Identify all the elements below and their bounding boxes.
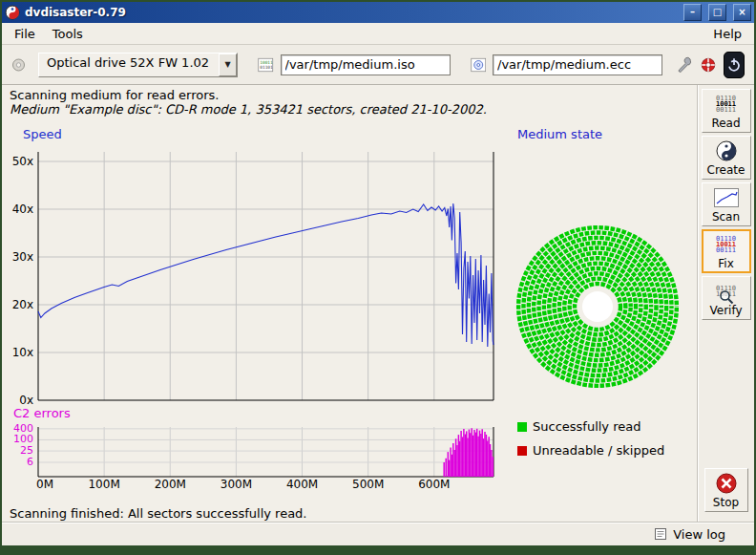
view-log-button[interactable]: View log bbox=[673, 527, 725, 542]
svg-text:300M: 300M bbox=[220, 478, 252, 491]
svg-text:20x: 20x bbox=[12, 298, 33, 311]
verify-binary-icon: 01110 10011 bbox=[716, 280, 736, 303]
drive-selector[interactable]: Optical drive 52X FW 1.02 ▼ bbox=[38, 53, 238, 77]
svg-text:01101: 01101 bbox=[260, 65, 273, 70]
status-lines: Scanning medium for read errors. Medium … bbox=[2, 85, 754, 117]
create-button-label: Create bbox=[707, 163, 746, 177]
svg-text:6: 6 bbox=[27, 456, 33, 468]
drive-selector-value: Optical drive 52X FW 1.02 bbox=[39, 53, 219, 76]
legend-item-unreadable: Unreadable / skipped bbox=[517, 443, 664, 458]
minimize-button[interactable]: – bbox=[683, 4, 702, 21]
fix-binary-icon: 01110 10011 00111 bbox=[716, 233, 736, 256]
svg-text:200M: 200M bbox=[155, 478, 186, 491]
legend-unreadable-label: Unreadable / skipped bbox=[533, 443, 664, 458]
verify-button[interactable]: 01110 10011 Verify bbox=[702, 276, 751, 320]
read-binary-icon: 01110 10011 00111 bbox=[716, 93, 736, 116]
unreadable-swatch-icon bbox=[517, 446, 527, 456]
chevron-down-icon[interactable]: ▼ bbox=[219, 53, 237, 76]
fix-button-label: Fix bbox=[718, 257, 733, 270]
scan-button[interactable]: Scan bbox=[702, 182, 751, 226]
log-icon bbox=[654, 527, 667, 541]
medium-state-disc bbox=[514, 219, 682, 400]
menu-tools[interactable]: Tools bbox=[44, 25, 92, 43]
svg-text:0x: 0x bbox=[19, 394, 33, 407]
close-button[interactable]: × bbox=[733, 4, 751, 21]
toolbar: Optical drive 52X FW 1.02 ▼ 10011 01101 bbox=[2, 45, 754, 85]
app-window: dvdisaster-0.79 – □ × File Tools Help Op… bbox=[0, 0, 756, 555]
stop-button-label: Stop bbox=[713, 496, 739, 509]
svg-text:400M: 400M bbox=[286, 478, 318, 491]
svg-text:10011: 10011 bbox=[260, 60, 273, 65]
chart-region: Speed C2 errors 0M100M200M300M400M500M60… bbox=[2, 123, 510, 515]
scan-result-status: Scanning finished: All sectors successfu… bbox=[10, 506, 307, 521]
scan-chart-icon bbox=[714, 186, 739, 209]
titlebar: dvdisaster-0.79 – □ × bbox=[2, 2, 754, 23]
stop-icon bbox=[715, 472, 738, 495]
scan-button-label: Scan bbox=[712, 210, 740, 224]
preferences-wrench-icon[interactable] bbox=[676, 53, 693, 76]
svg-text:40x: 40x bbox=[12, 203, 33, 216]
app-icon bbox=[5, 5, 20, 20]
medium-state-label: Medium state bbox=[517, 127, 602, 141]
ecc-file-icon bbox=[471, 54, 486, 75]
legend-success-label: Successfully read bbox=[533, 419, 640, 434]
menu-help[interactable]: Help bbox=[704, 25, 750, 43]
power-icon bbox=[724, 55, 744, 75]
action-sidebar: 01110 10011 00111 Read Create bbox=[697, 85, 754, 522]
svg-text:50x: 50x bbox=[12, 155, 33, 168]
quit-button[interactable] bbox=[724, 52, 745, 78]
menu-file[interactable]: File bbox=[6, 25, 44, 43]
menubar: File Tools Help bbox=[2, 23, 754, 45]
read-button[interactable]: 01110 10011 00111 Read bbox=[702, 89, 751, 133]
svg-text:500M: 500M bbox=[352, 478, 384, 491]
create-button[interactable]: Create bbox=[702, 136, 751, 180]
iso-file-icon: 10011 01101 bbox=[258, 54, 273, 75]
medium-state-region: Medium state Successfully read Unreadabl… bbox=[514, 123, 695, 521]
svg-text:10x: 10x bbox=[12, 346, 33, 359]
svg-text:100M: 100M bbox=[88, 478, 119, 491]
status-line-1: Scanning medium for read errors. bbox=[10, 88, 754, 102]
speed-and-c2-charts: 0M100M200M300M400M500M600M50x40x30x20x10… bbox=[2, 123, 510, 505]
magnifier-icon bbox=[719, 289, 734, 305]
svg-text:0M: 0M bbox=[36, 478, 53, 491]
stop-button[interactable]: Stop bbox=[704, 468, 748, 512]
yin-yang-icon bbox=[716, 139, 737, 162]
legend-item-success: Successfully read bbox=[517, 419, 664, 434]
read-button-label: Read bbox=[711, 117, 740, 130]
ecc-path-input[interactable] bbox=[493, 54, 662, 75]
status-line-2: Medium "Example disc": CD-R mode 1, 3534… bbox=[10, 102, 754, 117]
success-swatch-icon bbox=[517, 422, 527, 432]
maximize-button[interactable]: □ bbox=[708, 4, 726, 21]
fix-button[interactable]: 01110 10011 00111 Fix bbox=[702, 229, 751, 273]
verify-button-label: Verify bbox=[709, 304, 742, 317]
svg-text:600M: 600M bbox=[418, 478, 450, 491]
main-content: Scanning medium for read errors. Medium … bbox=[2, 85, 754, 522]
bottom-bar: View log bbox=[2, 522, 754, 545]
legend: Successfully read Unreadable / skipped bbox=[517, 419, 664, 458]
drive-status-icon bbox=[11, 55, 26, 75]
dvdisaster-logo-icon[interactable] bbox=[700, 53, 717, 76]
iso-path-input[interactable] bbox=[281, 54, 451, 75]
window-title: dvdisaster-0.79 bbox=[25, 6, 677, 19]
svg-text:30x: 30x bbox=[12, 250, 33, 264]
